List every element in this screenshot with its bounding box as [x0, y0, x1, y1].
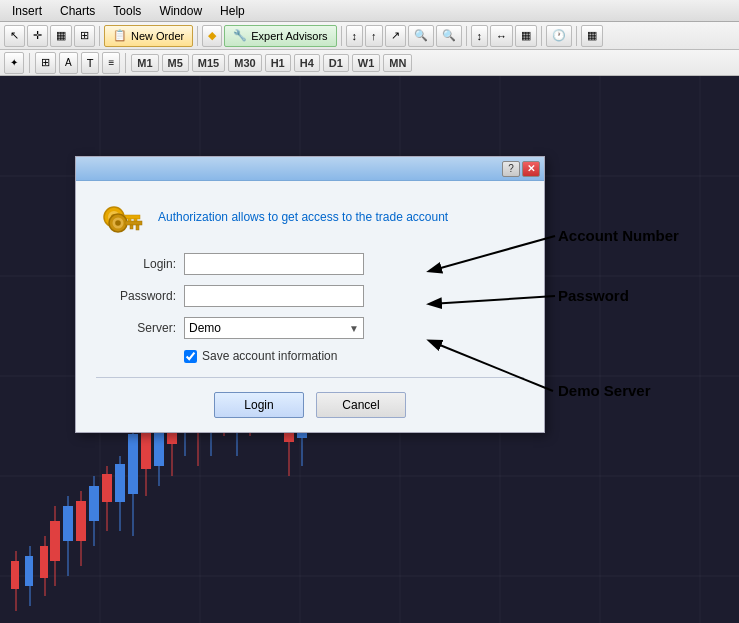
- tf-mn[interactable]: MN: [383, 54, 412, 72]
- indicator-btn[interactable]: ✦: [4, 52, 24, 74]
- save-checkbox-row: Save account information: [184, 349, 524, 363]
- bar-icon: ↑: [371, 30, 377, 42]
- chart-area: ? ✕: [0, 76, 739, 623]
- password-row: Password:: [96, 285, 524, 307]
- tf-w1[interactable]: W1: [352, 54, 381, 72]
- cancel-btn[interactable]: Cancel: [316, 392, 406, 418]
- toolbar-1: ↖ ✛ ▦ ⊞ 📋 New Order ◆ 🔧 Expert Advisors …: [0, 22, 739, 50]
- ea-icon: 🔧: [233, 29, 247, 42]
- indicator-icon: ✦: [10, 57, 18, 68]
- sep-tf-1: [125, 53, 126, 73]
- svg-text:Password: Password: [558, 287, 629, 304]
- sep-2: [197, 26, 198, 46]
- period-sep-btn[interactable]: ↕: [471, 25, 489, 47]
- tf-m30[interactable]: M30: [228, 54, 261, 72]
- new-order-btn[interactable]: 📋 New Order: [104, 25, 193, 47]
- key-icon: [96, 197, 144, 237]
- clock-btn[interactable]: 🕐: [546, 25, 572, 47]
- line-icon: ↗: [391, 29, 400, 42]
- chart-type-icon: ▦: [56, 29, 66, 42]
- zoom-out-btn[interactable]: 🔍: [436, 25, 462, 47]
- svg-rect-69: [136, 225, 139, 230]
- dialog-header-row: Authorization allows to get access to th…: [96, 197, 524, 237]
- new-order-label: New Order: [131, 30, 184, 42]
- tf-h4[interactable]: H4: [294, 54, 320, 72]
- menu-charts[interactable]: Charts: [52, 2, 103, 20]
- password-input[interactable]: [184, 285, 364, 307]
- period-icon: ↕: [477, 30, 483, 42]
- dialog-buttons: Login Cancel: [96, 392, 524, 418]
- ea-label: Expert Advisors: [251, 30, 327, 42]
- save-checkbox[interactable]: [184, 350, 197, 363]
- chart-yellow-diamond-btn[interactable]: ◆: [202, 25, 222, 47]
- crosshair-btn[interactable]: ✛: [27, 25, 48, 47]
- zoom-icon: ⊞: [80, 29, 89, 42]
- template-icon: ▦: [521, 29, 531, 42]
- sep-5: [541, 26, 542, 46]
- password-label: Password:: [96, 289, 176, 303]
- arrow-icon: ↖: [10, 29, 19, 42]
- dialog-body: Authorization allows to get access to th…: [76, 181, 544, 432]
- zoom-btn[interactable]: ⊞: [74, 25, 95, 47]
- crosshair-icon: ✛: [33, 29, 42, 42]
- sep-3: [341, 26, 342, 46]
- server-row: Server: Demo ▼: [96, 317, 524, 339]
- menu-tools[interactable]: Tools: [105, 2, 149, 20]
- expert-advisors-btn[interactable]: 🔧 Expert Advisors: [224, 25, 336, 47]
- server-value: Demo: [189, 321, 221, 335]
- diamond-icon: ◆: [208, 29, 216, 42]
- clock-icon: 🕐: [552, 29, 566, 42]
- tf-h1[interactable]: H1: [265, 54, 291, 72]
- sep-1: [99, 26, 100, 46]
- bar-chart-btn[interactable]: ↑: [365, 25, 383, 47]
- menu-insert[interactable]: Insert: [4, 2, 50, 20]
- chart-type-btn[interactable]: ▦: [50, 25, 72, 47]
- sep-6: [576, 26, 577, 46]
- svg-point-67: [115, 220, 121, 226]
- sep-4: [466, 26, 467, 46]
- login-btn[interactable]: Login: [214, 392, 304, 418]
- tf-m5[interactable]: M5: [162, 54, 189, 72]
- price-chart-btn[interactable]: ↕: [346, 25, 364, 47]
- zoom-in-icon: 🔍: [414, 29, 428, 42]
- levels-btn[interactable]: ≡: [102, 52, 120, 74]
- tf-m15[interactable]: M15: [192, 54, 225, 72]
- login-dialog: ? ✕: [75, 156, 545, 433]
- server-select[interactable]: Demo ▼: [184, 317, 364, 339]
- svg-rect-70: [130, 225, 133, 229]
- auto-scroll-btn[interactable]: ↔: [490, 25, 513, 47]
- save-checkbox-label: Save account information: [202, 349, 337, 363]
- arrow-tool-btn[interactable]: ↖: [4, 25, 25, 47]
- options-btn[interactable]: ▦: [581, 25, 603, 47]
- tf-d1[interactable]: D1: [323, 54, 349, 72]
- login-input[interactable]: [184, 253, 364, 275]
- menu-help[interactable]: Help: [212, 2, 253, 20]
- dialog-titlebar: ? ✕: [76, 157, 544, 181]
- volume-btn[interactable]: A: [59, 52, 78, 74]
- dialog-close-btn[interactable]: ✕: [522, 161, 540, 177]
- dialog-overlay: ? ✕: [0, 76, 739, 623]
- template-btn[interactable]: ▦: [515, 25, 537, 47]
- text-btn[interactable]: T: [81, 52, 100, 74]
- options-icon: ▦: [587, 29, 597, 42]
- dialog-divider: [96, 377, 524, 378]
- dialog-info-text: Authorization allows to get access to th…: [158, 209, 448, 226]
- grid-btn[interactable]: ⊞: [35, 52, 56, 74]
- zoom-out-icon: 🔍: [442, 29, 456, 42]
- sep-tf-0: [29, 53, 30, 73]
- menu-bar: Insert Charts Tools Window Help: [0, 0, 739, 22]
- tf-m1[interactable]: M1: [131, 54, 158, 72]
- text-icon: T: [87, 57, 94, 69]
- server-label: Server:: [96, 321, 176, 335]
- line-chart-btn[interactable]: ↗: [385, 25, 406, 47]
- toolbar-2: ✦ ⊞ A T ≡ M1 M5 M15 M30 H1 H4 D1 W1 MN: [0, 50, 739, 76]
- menu-window[interactable]: Window: [151, 2, 210, 20]
- zoom-in-btn[interactable]: 🔍: [408, 25, 434, 47]
- svg-text:Account Number: Account Number: [558, 227, 679, 244]
- auto-scroll-icon: ↔: [496, 30, 507, 42]
- login-label: Login:: [96, 257, 176, 271]
- svg-rect-68: [125, 221, 142, 225]
- new-order-icon: 📋: [113, 29, 127, 42]
- volume-icon: A: [65, 57, 72, 68]
- dialog-help-btn[interactable]: ?: [502, 161, 520, 177]
